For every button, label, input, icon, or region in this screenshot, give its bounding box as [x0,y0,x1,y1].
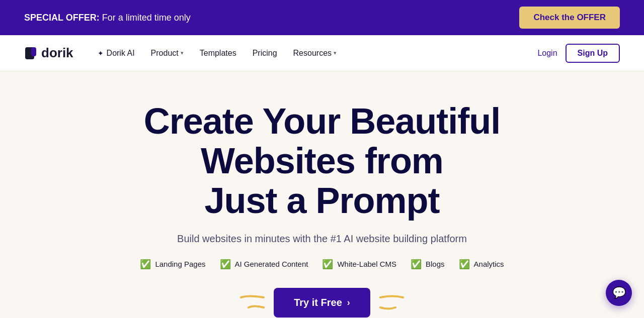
cta-row: Try it Free › [274,288,370,317]
sparkle-lines-left [238,294,266,301]
arrow-right-icon: › [347,297,350,308]
nav-item-resources[interactable]: Resources ▾ [287,45,343,62]
banner-text: SPECIAL OFFER: For a limited time only [24,13,191,23]
svg-rect-1 [31,47,36,56]
feature-ai-content: ✅ AI Generated Content [220,259,308,270]
signup-button[interactable]: Sign Up [566,44,620,63]
check-icon-landing: ✅ [140,259,151,270]
chat-bubble-button[interactable]: 💬 [606,280,632,306]
sparkle-lines-right [378,294,406,301]
sparkle-line-left-short [246,304,266,311]
check-icon-ai: ✅ [220,259,231,270]
feature-whitelabel: ✅ White-Label CMS [322,259,396,270]
banner-text-regular: For a limited time only [102,13,191,23]
feature-label-analytics: Analytics [474,260,504,268]
check-icon-blogs: ✅ [411,259,422,270]
hero-features: ✅ Landing Pages ✅ AI Generated Content ✅… [140,259,504,270]
check-icon-whitelabel: ✅ [322,259,333,270]
hero-title-line2: Just a Prompt [204,180,439,221]
nav-links: ✦ Dorik AI Product ▾ Templates Pricing R… [92,45,343,62]
chevron-down-icon: ▾ [181,50,184,56]
login-button[interactable]: Login [537,49,557,58]
feature-label-whitelabel: White-Label CMS [337,260,396,268]
hero-subtitle: Build websites in minutes with the #1 AI… [177,233,467,245]
nav-item-product[interactable]: Product ▾ [145,45,190,62]
nav-templates-label: Templates [200,49,236,58]
feature-analytics: ✅ Analytics [459,259,504,270]
banner-text-bold: SPECIAL OFFER: [24,13,100,23]
nav-item-pricing[interactable]: Pricing [247,45,283,62]
nav-item-templates[interactable]: Templates [194,45,243,62]
nav-product-label: Product [151,49,179,58]
promo-banner: SPECIAL OFFER: For a limited time only C… [0,0,644,35]
nav-right: Login Sign Up [537,44,620,63]
feature-label-ai: AI Generated Content [235,260,308,268]
feature-label-blogs: Blogs [426,260,445,268]
logo-icon [24,45,40,61]
hero-title-line1: Create Your Beautiful Websites from [144,101,501,181]
hero-title: Create Your Beautiful Websites from Just… [96,101,548,221]
nav-pricing-label: Pricing [253,49,277,58]
nav-ai-label: Dorik AI [107,49,135,58]
try-btn-label: Try it Free [294,297,342,308]
check-icon-analytics: ✅ [459,259,470,270]
logo-text: dorik [41,45,73,61]
sparkle-line-right-short [378,304,398,311]
feature-landing-pages: ✅ Landing Pages [140,259,205,270]
try-it-free-button[interactable]: Try it Free › [274,288,370,317]
navbar: dorik ✦ Dorik AI Product ▾ Templates Pri… [0,35,644,71]
nav-left: dorik ✦ Dorik AI Product ▾ Templates Pri… [24,45,343,62]
sparkle-decoration-left [238,294,266,311]
nav-resources-label: Resources [293,49,332,58]
nav-item-dorik-ai[interactable]: ✦ Dorik AI [92,45,141,62]
chevron-down-icon-resources: ▾ [334,50,337,56]
check-offer-button[interactable]: Check the OFFER [519,7,620,29]
chat-icon: 💬 [612,286,626,299]
logo[interactable]: dorik [24,45,73,61]
feature-blogs: ✅ Blogs [411,259,445,270]
feature-label-landing: Landing Pages [155,260,205,268]
sparkle-icon: ✦ [98,49,104,57]
hero-section: Create Your Beautiful Websites from Just… [0,71,644,318]
sparkle-decoration-right [378,294,406,311]
